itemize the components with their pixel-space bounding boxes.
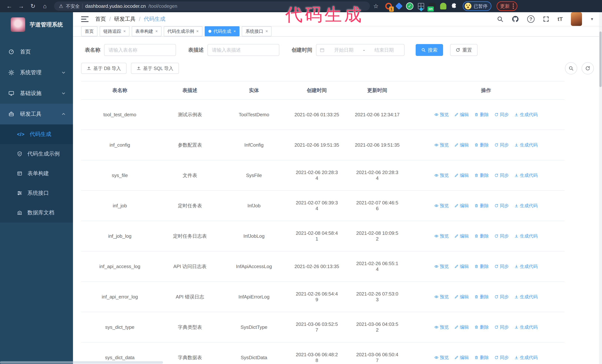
action-delete[interactable]: 删除 — [474, 142, 489, 148]
action-generate-code[interactable]: 生成代码 — [514, 172, 538, 178]
tag-close-icon[interactable]: × — [234, 29, 236, 34]
action-generate-code[interactable]: 生成代码 — [514, 112, 538, 118]
help-icon[interactable]: ? — [527, 15, 535, 23]
action-delete[interactable]: 删除 — [474, 354, 489, 361]
action-preview[interactable]: 预览 — [434, 294, 449, 300]
sidebar-item-codegen-example[interactable]: 代码生成示例 — [0, 144, 73, 164]
avatar-caret-icon[interactable]: ▼ — [590, 17, 594, 21]
tag-close-icon[interactable]: × — [265, 29, 268, 34]
action-generate-code[interactable]: 生成代码 — [514, 142, 538, 148]
sidebar-item-system[interactable]: 系统管理 — [0, 62, 73, 83]
tag-home[interactable]: 首页 — [81, 26, 97, 36]
tag-codegen-example[interactable]: 代码生成示例× — [164, 26, 203, 36]
tag-close-icon[interactable]: × — [123, 29, 126, 34]
extension-icon-grid[interactable] — [418, 3, 424, 9]
forward-icon[interactable]: → — [16, 1, 26, 11]
horizontal-scrollbar-thumb[interactable] — [0, 361, 163, 364]
action-sync[interactable]: 同步 — [494, 354, 509, 361]
extension-icon-dark[interactable]: on — [429, 3, 436, 9]
action-edit[interactable]: 编辑 — [454, 142, 469, 148]
action-sync[interactable]: 同步 — [494, 112, 509, 118]
table-name-input[interactable] — [104, 44, 176, 56]
action-sync[interactable]: 同步 — [494, 324, 509, 330]
sidebar-item-home[interactable]: 首页 — [0, 42, 73, 62]
action-preview[interactable]: 预览 — [434, 354, 449, 361]
user-avatar[interactable] — [571, 12, 582, 26]
table-desc-input[interactable] — [207, 44, 279, 56]
action-preview[interactable]: 预览 — [434, 263, 449, 269]
action-generate-code[interactable]: 生成代码 — [514, 324, 538, 330]
action-preview[interactable]: 预览 — [434, 172, 449, 178]
action-delete[interactable]: 删除 — [474, 172, 489, 178]
toggle-search-button[interactable] — [565, 62, 577, 74]
bookmark-star-icon[interactable]: ☆ — [373, 3, 379, 10]
action-delete[interactable]: 删除 — [474, 324, 489, 330]
sidebar-item-devtools[interactable]: 研发工具 — [0, 104, 73, 125]
action-delete[interactable]: 删除 — [474, 203, 489, 209]
action-generate-code[interactable]: 生成代码 — [514, 294, 538, 300]
home-icon[interactable]: ⌂ — [40, 1, 50, 11]
action-preview[interactable]: 预览 — [434, 203, 449, 209]
action-edit[interactable]: 编辑 — [454, 172, 469, 178]
tag-close-icon[interactable]: × — [196, 29, 199, 34]
action-preview[interactable]: 预览 — [434, 142, 449, 148]
action-edit[interactable]: 编辑 — [454, 324, 469, 330]
action-edit[interactable]: 编辑 — [454, 263, 469, 269]
date-range-picker[interactable]: 开始日期 - 结束日期 — [316, 44, 405, 56]
action-delete[interactable]: 删除 — [474, 294, 489, 300]
sidebar-item-infra[interactable]: 基础设施 — [0, 83, 73, 104]
action-sync[interactable]: 同步 — [494, 142, 509, 148]
extension-icon-gem[interactable] — [396, 3, 402, 9]
sidebar-item-form-builder[interactable]: 表单构建 — [0, 164, 73, 183]
tag-tracing[interactable]: 链路追踪× — [100, 26, 129, 36]
action-generate-code[interactable]: 生成代码 — [514, 203, 538, 209]
github-icon[interactable] — [512, 15, 519, 23]
back-icon[interactable]: ← — [4, 1, 14, 11]
action-delete[interactable]: 删除 — [474, 263, 489, 269]
font-size-icon[interactable]: tT — [558, 16, 563, 22]
extension-icon-check[interactable]: ✓ — [406, 2, 413, 10]
action-edit[interactable]: 编辑 — [454, 203, 469, 209]
sidebar-item-system-api[interactable]: 系统接口 — [0, 183, 73, 203]
action-sync[interactable]: 同步 — [494, 263, 509, 269]
breadcrumb-home[interactable]: 首页 — [95, 15, 106, 23]
search-icon[interactable] — [497, 16, 504, 22]
action-preview[interactable]: 预览 — [434, 233, 449, 239]
extension-icon-orange[interactable]: 1 — [385, 3, 392, 10]
action-sync[interactable]: 同步 — [494, 203, 509, 209]
refresh-table-button[interactable] — [582, 62, 594, 74]
profile-paused-chip[interactable]: 已暂停 — [463, 1, 491, 11]
reload-icon[interactable]: ↻ — [28, 1, 38, 11]
sidebar-logo[interactable]: 芋道管理系统 — [0, 12, 73, 37]
action-delete[interactable]: 删除 — [474, 112, 489, 118]
hamburger-icon[interactable] — [81, 16, 88, 22]
reset-button[interactable]: 重置 — [450, 44, 478, 56]
scrollbar-thumb[interactable] — [599, 31, 602, 87]
action-preview[interactable]: 预览 — [434, 112, 449, 118]
search-button[interactable]: 搜索 — [416, 44, 443, 56]
vertical-scrollbar[interactable] — [599, 12, 602, 364]
action-delete[interactable]: 删除 — [474, 233, 489, 239]
action-generate-code[interactable]: 生成代码 — [514, 263, 538, 269]
tag-system-api[interactable]: 系统接口× — [242, 26, 271, 36]
tag-close-icon[interactable]: × — [155, 29, 158, 34]
action-edit[interactable]: 编辑 — [454, 233, 469, 239]
extensions-puzzle-icon[interactable] — [451, 3, 457, 9]
import-sql-button[interactable]: 基于 SQL 导入 — [131, 63, 179, 74]
action-generate-code[interactable]: 生成代码 — [514, 233, 538, 239]
sidebar-item-db-doc[interactable]: 数据库文档 — [0, 203, 73, 223]
tag-codegen[interactable]: 代码生成× — [205, 26, 240, 36]
tag-form-builder[interactable]: 表单构建× — [132, 26, 161, 36]
action-edit[interactable]: 编辑 — [454, 112, 469, 118]
sidebar-item-codegen[interactable]: </> 代码生成 — [0, 125, 73, 144]
action-edit[interactable]: 编辑 — [454, 354, 469, 361]
fullscreen-icon[interactable] — [543, 16, 549, 22]
action-generate-code[interactable]: 生成代码 — [514, 354, 538, 361]
extension-icon-droid[interactable] — [440, 3, 446, 10]
breadcrumb-devtools[interactable]: 研发工具 — [114, 15, 136, 23]
action-edit[interactable]: 编辑 — [454, 294, 469, 300]
action-sync[interactable]: 同步 — [494, 233, 509, 239]
action-preview[interactable]: 预览 — [434, 324, 449, 330]
browser-update-button[interactable]: 更新 — [497, 1, 517, 11]
action-sync[interactable]: 同步 — [494, 172, 509, 178]
